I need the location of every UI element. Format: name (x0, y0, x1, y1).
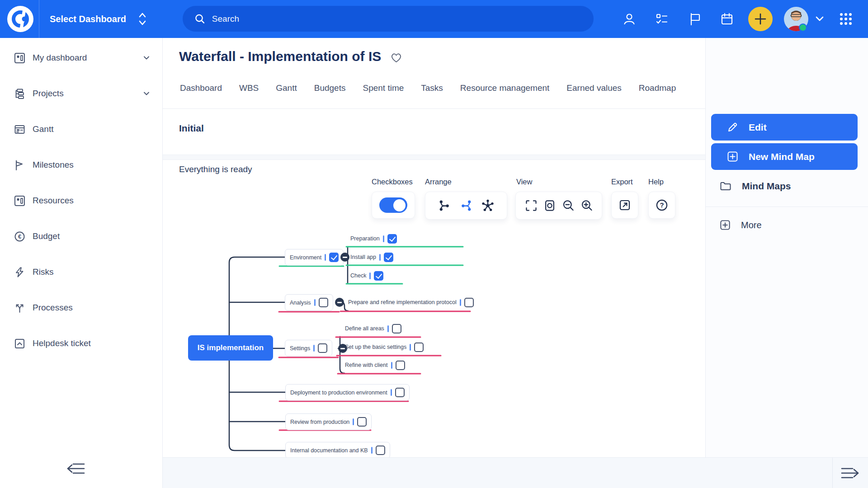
node-checkbox[interactable] (374, 271, 383, 281)
global-search[interactable] (183, 6, 594, 32)
tab-tasks[interactable]: Tasks (420, 81, 444, 95)
tab-gantt[interactable]: Gantt (275, 81, 297, 95)
sidebar-item-label: Helpdesk ticket (33, 338, 91, 348)
node-checkbox[interactable] (376, 446, 385, 455)
mindmap-node-preparation[interactable]: Preparation (350, 230, 397, 247)
sidebar-item-my-dashboard[interactable]: My dashboard (0, 44, 162, 72)
mindmap-node-review[interactable]: Review from production (285, 413, 372, 430)
zoom-in-icon[interactable] (580, 199, 594, 212)
mind-maps-item[interactable]: Mind Maps (711, 176, 858, 196)
tab-wbs[interactable]: WBS (238, 81, 259, 95)
sidebar-item-projects[interactable]: Projects (0, 80, 162, 108)
search-input[interactable] (212, 14, 582, 24)
avatar-chevron-down-icon[interactable] (814, 15, 825, 23)
expand-panel-arrow-icon[interactable] (837, 465, 863, 481)
favorite-heart-icon[interactable] (390, 52, 402, 64)
svg-text:€: € (18, 233, 21, 240)
node-checkbox[interactable] (357, 417, 367, 427)
mindmap-node-analysis[interactable]: Analysis (285, 294, 333, 311)
sidebar-item-resources[interactable]: Resources (0, 187, 162, 215)
fit-to-screen-icon[interactable] (543, 199, 557, 212)
mindmap-node-check[interactable]: Check (350, 267, 383, 284)
node-checkbox[interactable] (384, 253, 393, 262)
mindmap-node-internal-documentation[interactable]: Internal documentation and KB (285, 442, 390, 459)
page-title: Waterfall - Implementation of IS (179, 49, 381, 64)
node-checkbox[interactable] (396, 361, 405, 370)
more-item[interactable]: More (711, 216, 858, 234)
new-mind-map-button-label: New Mind Map (749, 151, 815, 162)
chevron-down-icon[interactable] (142, 54, 151, 62)
chevron-down-icon[interactable] (142, 89, 151, 98)
collapse-node-button[interactable] (338, 344, 347, 353)
sidebar-item-helpdesk-ticket[interactable]: Helpdesk ticket (0, 329, 162, 357)
quick-add-button[interactable] (748, 7, 773, 31)
plus-square-icon (719, 219, 731, 231)
node-checkbox[interactable] (464, 298, 474, 307)
mindmap-node-settings[interactable]: Settings (285, 340, 332, 357)
tab-dashboard[interactable]: Dashboard (179, 81, 223, 95)
tab-earned-values[interactable]: Earned values (566, 81, 622, 95)
arrange-tree-right-icon[interactable] (438, 199, 451, 212)
collapse-node-button[interactable] (340, 253, 349, 262)
node-separator (353, 418, 354, 425)
node-checkbox[interactable] (395, 388, 405, 397)
node-separator (379, 254, 381, 261)
zoom-out-icon[interactable] (561, 199, 575, 212)
checkboxes-card (372, 192, 415, 219)
node-separator (460, 299, 461, 306)
fullscreen-icon[interactable] (524, 199, 538, 212)
sidebar-item-milestones[interactable]: Milestones (0, 151, 162, 179)
node-checkbox[interactable] (387, 234, 397, 244)
flag-icon[interactable] (688, 12, 702, 26)
sidebar-item-gantt[interactable]: Gantt (0, 115, 162, 143)
mindmap-node-set-up-basic-settings[interactable]: Set up the basic settings (345, 339, 424, 355)
new-mind-map-button[interactable]: New Mind Map (711, 143, 858, 170)
edit-button[interactable]: Edit (711, 114, 858, 141)
tasks-checklist-icon[interactable] (655, 12, 669, 26)
status-text: Everything is ready (179, 164, 252, 174)
collapse-sidebar-arrow-icon[interactable] (63, 461, 89, 476)
bottom-strip-divider (832, 458, 833, 488)
dashboard-selector[interactable]: Select Dashboard (50, 0, 147, 38)
arrange-tree-left-icon-active[interactable] (459, 199, 473, 212)
node-separator (371, 447, 373, 454)
left-sidebar: My dashboard Projects (0, 38, 163, 488)
node-checkbox[interactable] (319, 298, 328, 307)
app-logo-icon[interactable] (6, 5, 34, 33)
node-checkbox[interactable] (414, 343, 424, 352)
topbar-divider (39, 0, 39, 38)
view-card (515, 192, 602, 220)
arrange-radial-icon[interactable] (481, 199, 495, 212)
mindmap-root-node[interactable]: IS implementation (188, 335, 273, 361)
help-question-icon[interactable]: ? (655, 198, 669, 212)
sidebar-item-budget[interactable]: € Budget (0, 222, 162, 250)
mindmap-node-define-all-areas[interactable]: Define all areas (345, 320, 401, 337)
tab-resource-management[interactable]: Resource management (459, 81, 551, 95)
tab-spent-time[interactable]: Spent time (362, 81, 405, 95)
export-external-link-icon[interactable] (618, 198, 632, 212)
calendar-icon[interactable] (720, 12, 734, 26)
sidebar-item-risks[interactable]: Risks (0, 258, 162, 286)
mindmap-node-prepare-protocol[interactable]: Prepare and refine implementation protoc… (348, 294, 474, 310)
sidebar-item-processes[interactable]: Processes (0, 294, 162, 322)
node-separator (410, 344, 411, 351)
help-group-label: Help (648, 178, 664, 186)
node-checkbox[interactable] (329, 253, 339, 262)
tab-roadmap[interactable]: Roadmap (638, 81, 677, 95)
collapse-node-button[interactable] (335, 298, 344, 307)
tab-budgets[interactable]: Budgets (313, 81, 347, 95)
node-label: Install app (350, 254, 376, 260)
section-title: Initial (179, 123, 204, 134)
chevron-up-down-icon (138, 12, 147, 26)
mindmap-node-environment[interactable]: Environment (285, 249, 344, 266)
mindmap-node-refine-with-client[interactable]: Refine with client (345, 357, 405, 373)
checkboxes-toggle[interactable] (379, 197, 407, 213)
apps-grid-icon[interactable] (839, 12, 853, 26)
mindmap-node-deployment[interactable]: Deployment to production environment (285, 384, 410, 401)
euro-circle-icon: € (14, 230, 26, 243)
profile-icon[interactable] (623, 12, 636, 26)
mindmap-node-install-app[interactable]: Install app (350, 249, 393, 265)
node-checkbox[interactable] (392, 324, 401, 333)
user-avatar[interactable] (784, 7, 808, 31)
node-checkbox[interactable] (318, 343, 327, 353)
